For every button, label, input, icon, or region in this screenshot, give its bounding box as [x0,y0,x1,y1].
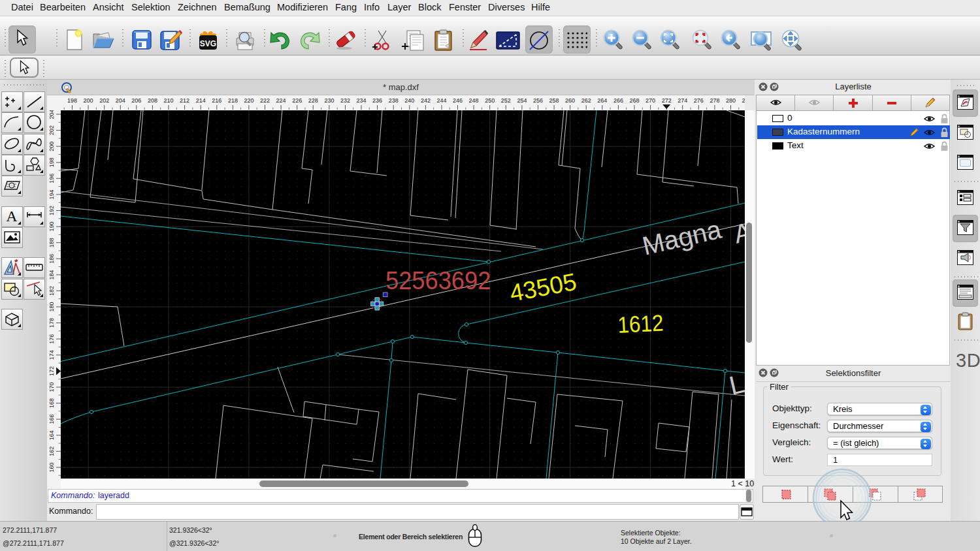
svg-text:204: 204 [48,110,55,119]
svg-text:248: 248 [469,97,479,104]
svg-text:276: 276 [694,97,704,104]
svg-text:222: 222 [260,97,270,104]
svg-text:204: 204 [116,97,125,104]
svg-text:270: 270 [645,97,655,104]
svg-text:220: 220 [244,97,253,104]
svg-text:198: 198 [48,157,55,167]
svg-text:190: 190 [48,222,55,232]
svg-text:52563692: 52563692 [385,266,491,294]
svg-text:192: 192 [48,206,55,215]
svg-text:206: 206 [131,97,141,104]
svg-text:216: 216 [212,97,221,104]
svg-text:242: 242 [421,97,431,104]
svg-text:196: 196 [48,174,55,183]
svg-text:282: 282 [742,97,745,104]
svg-text:280: 280 [726,97,736,104]
svg-text:268: 268 [629,97,639,104]
svg-text:198: 198 [67,97,77,104]
svg-text:236: 236 [372,97,382,104]
svg-text:A: A [6,208,18,225]
svg-text:188: 188 [48,238,55,247]
svg-text:254: 254 [517,97,527,104]
svg-text:262: 262 [581,97,591,104]
svg-text:260: 260 [565,97,575,104]
svg-text:264: 264 [597,97,607,104]
svg-text:200: 200 [84,97,93,104]
svg-text:160: 160 [48,462,55,472]
svg-text:200: 200 [48,142,55,151]
svg-text:212: 212 [180,97,189,104]
svg-text:208: 208 [148,97,157,104]
svg-text:210: 210 [163,97,173,104]
svg-text:258: 258 [549,97,559,104]
svg-text:178: 178 [48,318,55,328]
svg-text:176: 176 [48,334,55,344]
svg-text:244: 244 [436,97,446,104]
svg-text:174: 174 [48,350,55,360]
svg-text:162: 162 [48,447,55,456]
svg-text:252: 252 [501,97,511,104]
svg-text:224: 224 [276,97,286,104]
svg-text:246: 246 [453,97,463,104]
svg-text:172: 172 [48,366,55,376]
svg-text:202: 202 [99,97,109,104]
svg-text:232: 232 [340,97,350,104]
svg-text:278: 278 [710,97,719,104]
svg-text:SVG: SVG [200,39,216,48]
svg-text:274: 274 [678,97,687,104]
svg-text:230: 230 [324,97,334,104]
svg-text:168: 168 [48,398,55,408]
svg-text:266: 266 [613,97,623,104]
svg-text:164: 164 [48,430,55,440]
svg-text:170: 170 [48,382,55,392]
svg-text:182: 182 [48,286,55,296]
svg-text:194: 194 [48,189,55,199]
svg-text:256: 256 [533,97,543,104]
svg-text:184: 184 [48,270,55,279]
svg-text:234: 234 [356,97,366,104]
svg-text:238: 238 [389,97,399,104]
svg-text:166: 166 [48,415,55,424]
svg-text:272: 272 [662,97,672,104]
svg-text:250: 250 [485,97,495,104]
svg-text:240: 240 [404,97,414,104]
svg-text:214: 214 [196,97,206,104]
svg-text:180: 180 [48,302,55,311]
svg-text:1612: 1612 [617,310,664,338]
svg-text:218: 218 [228,97,238,104]
svg-text:228: 228 [308,97,318,104]
svg-text:226: 226 [292,97,302,104]
svg-text:202: 202 [48,125,55,135]
svg-text:186: 186 [48,254,55,264]
